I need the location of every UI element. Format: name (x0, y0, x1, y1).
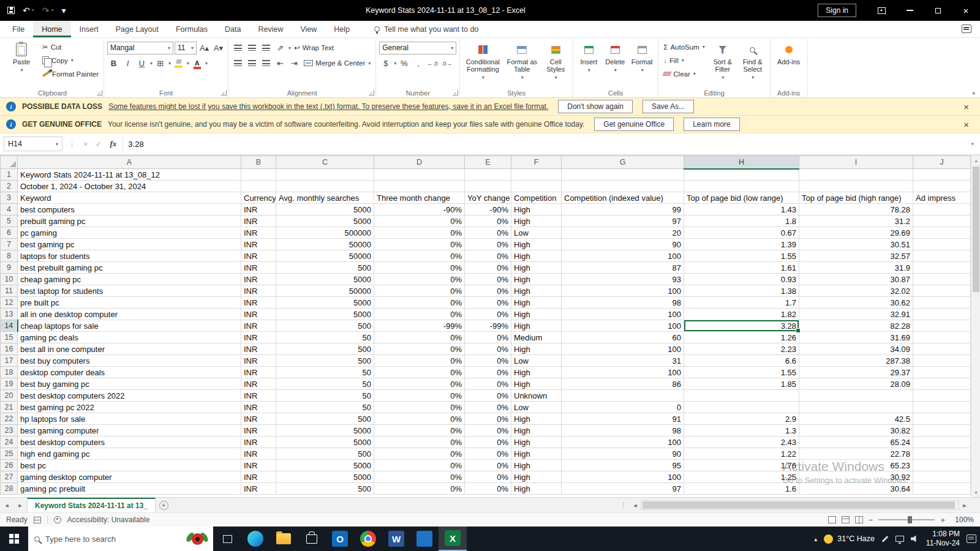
taskbar-outlook[interactable]: O (326, 527, 354, 551)
column-header-B[interactable]: B (241, 156, 276, 169)
cell-J13[interactable] (913, 309, 971, 320)
cell-J27[interactable] (913, 471, 971, 483)
cell-B6[interactable]: INR (241, 227, 276, 239)
cell-H15[interactable]: 1.26 (684, 332, 799, 343)
accounting-format-button[interactable]: $ (379, 57, 392, 70)
taskbar-word[interactable]: W (382, 527, 410, 551)
row-header-11[interactable]: 11 (1, 285, 18, 297)
cell-F21[interactable]: Low (511, 402, 562, 413)
cell-G13[interactable]: 100 (562, 309, 684, 320)
column-header-G[interactable]: G (562, 156, 684, 169)
cell-J21[interactable] (913, 402, 971, 413)
number-format-select[interactable]: General▾ (379, 42, 456, 54)
row-header-7[interactable]: 7 (1, 239, 18, 250)
cell-F5[interactable]: High (511, 216, 562, 227)
cell-I14[interactable]: 82.28 (799, 320, 913, 332)
cell-A9[interactable]: best prebuilt gaming pc (18, 262, 241, 274)
cell-A8[interactable]: laptops for students (18, 250, 241, 262)
cell-J17[interactable] (913, 355, 971, 367)
horizontal-scrollbar[interactable] (641, 500, 959, 510)
cell-J18[interactable] (913, 367, 971, 378)
cell-J7[interactable] (913, 239, 971, 250)
dont-show-again-button[interactable]: Don't show again (558, 100, 633, 113)
row-header-20[interactable]: 20 (1, 390, 18, 402)
cell-F26[interactable]: High (511, 460, 562, 471)
borders-button[interactable]: ⊞ (154, 57, 167, 70)
cell-C15[interactable]: 50 (276, 332, 374, 343)
normal-view-button[interactable] (828, 516, 836, 523)
tab-review[interactable]: Review (249, 21, 292, 37)
cell-H6[interactable]: 0.67 (684, 227, 799, 239)
cell-I21[interactable] (799, 402, 913, 413)
decrease-indent-button[interactable]: ⇤ (274, 57, 287, 70)
zoom-level[interactable]: 100% (951, 515, 974, 524)
cell-C25[interactable]: 500 (276, 448, 374, 460)
cell-H26[interactable]: 1.76 (684, 460, 799, 471)
cell-J26[interactable] (913, 460, 971, 471)
cell-H22[interactable]: 2.9 (684, 413, 799, 425)
cell-J12[interactable] (913, 297, 971, 309)
row-header-8[interactable]: 8 (1, 250, 18, 262)
cell-B15[interactable]: INR (241, 332, 276, 343)
cell-E25[interactable]: 0% (465, 448, 511, 460)
cell-J2[interactable] (913, 181, 971, 192)
customize-qat-button[interactable]: ▾ (62, 6, 66, 15)
italic-button[interactable]: I (121, 57, 134, 70)
cell-B2[interactable] (241, 181, 276, 192)
cell-E19[interactable]: 0% (465, 378, 511, 390)
cell-F1[interactable] (511, 169, 562, 181)
copy-button[interactable]: Copy▾ (40, 54, 100, 67)
cell-A28[interactable]: gaming pc prebuilt (18, 483, 241, 495)
cell-A26[interactable]: best pc (18, 460, 241, 471)
sheet-nav-left-icon[interactable]: ◂ (0, 498, 13, 512)
cell-A7[interactable]: best gaming pc (18, 239, 241, 250)
bottom-align-button[interactable] (260, 42, 273, 54)
cell-C20[interactable]: 50 (276, 390, 374, 402)
cell-C17[interactable]: 500 (276, 355, 374, 367)
enter-check-icon[interactable]: ✓ (94, 140, 104, 149)
cell-C7[interactable]: 50000 (276, 239, 374, 250)
cell-A17[interactable]: best buy computers (18, 355, 241, 367)
top-align-button[interactable] (232, 42, 244, 54)
cell-G4[interactable]: 99 (562, 204, 684, 216)
cell-H4[interactable]: 1.43 (684, 204, 799, 216)
cell-G26[interactable]: 95 (562, 460, 684, 471)
cell-E27[interactable]: 0% (465, 471, 511, 483)
cell-F4[interactable]: High (511, 204, 562, 216)
increase-indent-button[interactable]: ⇥ (288, 57, 301, 70)
cell-E7[interactable]: 0% (465, 239, 511, 250)
expand-formula-bar-icon[interactable]: ▾ (971, 141, 976, 147)
cell-H27[interactable]: 1.25 (684, 471, 799, 483)
cell-H21[interactable] (684, 402, 799, 413)
cell-G7[interactable]: 90 (562, 239, 684, 250)
row-header-27[interactable]: 27 (1, 471, 18, 483)
column-header-F[interactable]: F (511, 156, 562, 169)
sheet-nav-right-icon[interactable]: ▸ (13, 498, 27, 512)
cell-J5[interactable] (913, 216, 971, 227)
cell-A20[interactable]: best desktop computers 2022 (18, 390, 241, 402)
cell-B23[interactable]: INR (241, 425, 276, 437)
cell-I8[interactable]: 32.57 (799, 250, 913, 262)
cell-C12[interactable]: 5000 (276, 297, 374, 309)
row-header-21[interactable]: 21 (1, 402, 18, 413)
formula-bar-splitter[interactable]: ⋮ (66, 140, 78, 149)
cell-I15[interactable]: 31.69 (799, 332, 913, 343)
cell-C3[interactable]: Avg. monthly searches (276, 192, 374, 204)
row-header-15[interactable]: 15 (1, 332, 18, 343)
format-painter-button[interactable]: Format Painter (40, 67, 100, 80)
cell-G5[interactable]: 97 (562, 216, 684, 227)
cell-B14[interactable]: INR (241, 320, 276, 332)
addins-button[interactable]: Add-ins (774, 40, 804, 87)
cell-I11[interactable]: 32.02 (799, 285, 913, 297)
comma-style-button[interactable]: , (412, 57, 424, 70)
cell-A4[interactable]: best computers (18, 204, 241, 216)
cell-I7[interactable]: 30.51 (799, 239, 913, 250)
row-header-14[interactable]: 14 (1, 320, 18, 332)
cell-B24[interactable]: INR (241, 437, 276, 448)
row-header-16[interactable]: 16 (1, 343, 18, 355)
cell-H12[interactable]: 1.7 (684, 297, 799, 309)
cell-D2[interactable] (374, 181, 465, 192)
cell-H19[interactable]: 1.85 (684, 378, 799, 390)
cell-F25[interactable]: High (511, 448, 562, 460)
row-header-24[interactable]: 24 (1, 437, 18, 448)
